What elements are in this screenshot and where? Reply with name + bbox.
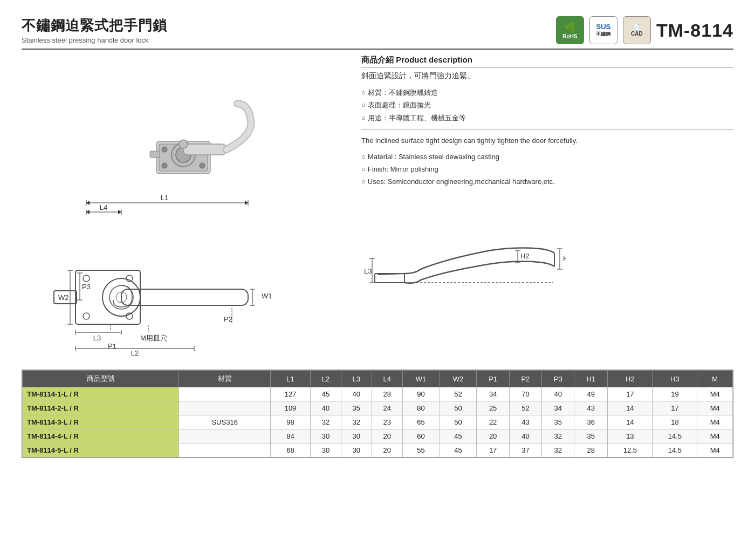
data-cell-l3: 32 <box>341 415 372 429</box>
data-cell-h2: 13 <box>608 429 653 443</box>
col-header-l4: L4 <box>372 371 402 387</box>
title-block: 不鏽鋼迫緊式把手門鎖 Stainless steel pressing hand… <box>22 16 167 44</box>
cad-label: CAD <box>631 31 643 37</box>
data-cell-m: M4 <box>697 415 733 429</box>
desc-en-item-1: Material : Stainless steel dewaxing cast… <box>361 151 733 163</box>
data-cell-l2: 40 <box>311 401 341 415</box>
data-cell-h3: 18 <box>653 415 697 429</box>
col-header-w1: W1 <box>402 371 440 387</box>
table-header-row: 商品型號 材質 L1 L2 L3 L4 W1 W2 P1 P2 P3 H1 H2… <box>23 371 733 387</box>
product-image-area <box>22 60 345 181</box>
table-row: TM-8114-4-L / R843030206045204032351314.… <box>23 429 733 443</box>
data-cell-w1: 55 <box>402 443 440 457</box>
data-cell-h3: 19 <box>653 387 697 401</box>
table-row: TM-8114-3-L / RSUS3169832322365502243353… <box>23 415 733 429</box>
data-cell-l3: 35 <box>341 401 372 415</box>
data-cell-h1: 35 <box>574 429 608 443</box>
data-cell-w2: 52 <box>440 387 477 401</box>
svg-marker-56 <box>118 210 121 214</box>
data-cell-p3: 35 <box>542 415 574 429</box>
svg-text:W2: W2 <box>58 293 69 302</box>
table-row: TM-8114-2-L / R1094035248050255234431417… <box>23 401 733 415</box>
table-row: TM-8114-1-L / R1274540289052347040491719… <box>23 387 733 401</box>
data-cell-h2: 14 <box>608 401 653 415</box>
data-cell-l1: 68 <box>270 443 310 457</box>
data-cell-l2: 30 <box>311 429 341 443</box>
data-cell-l2: 32 <box>311 415 341 429</box>
drawing-front-svg: L1 L4 <box>22 189 334 357</box>
col-header-h1: H1 <box>574 371 608 387</box>
svg-rect-19 <box>76 270 140 324</box>
desc-separator <box>361 129 733 130</box>
desc-features-en: Material : Stainless steel dewaxing cast… <box>361 151 733 188</box>
data-cell-p1: 25 <box>477 401 509 415</box>
col-header-h2: H2 <box>608 371 653 387</box>
svg-text:P3: P3 <box>82 283 91 291</box>
data-cell-l1: 98 <box>270 415 310 429</box>
data-cell-w2: 50 <box>440 415 477 429</box>
data-cell-h2: 17 <box>608 387 653 401</box>
col-header-p3: P3 <box>542 371 574 387</box>
svg-marker-58 <box>245 201 248 205</box>
desc-tagline-en: The inclined surface tight design can ti… <box>361 135 733 146</box>
data-cell-p1: 34 <box>477 387 509 401</box>
desc-cn-item-1: 材質：不鏽鋼脫蠟鑄造 <box>361 86 733 99</box>
data-cell-m: M4 <box>697 401 733 415</box>
col-header-l2: L2 <box>311 371 341 387</box>
model-cell: TM-8114-4-L / R <box>23 429 179 443</box>
col-header-p2: P2 <box>509 371 541 387</box>
col-header-l3: L3 <box>341 371 372 387</box>
desc-cn-item-3: 用途：半導體工程、機械五金等 <box>361 112 733 124</box>
data-cell-l2: 45 <box>311 387 341 401</box>
col-header-p1: P1 <box>477 371 509 387</box>
svg-text:L1: L1 <box>161 194 168 202</box>
desc-en-item-2: Finish: Mirror polishing <box>361 163 733 175</box>
svg-point-9 <box>179 140 188 148</box>
data-cell-l4: 28 <box>372 387 402 401</box>
desc-en-item-3: Uses: Semiconductor engineering,mechanic… <box>361 175 733 188</box>
spec-table-wrapper: 商品型號 材質 L1 L2 L3 L4 W1 W2 P1 P2 P3 H1 H2… <box>22 370 733 458</box>
title-chinese: 不鏽鋼迫緊式把手門鎖 <box>22 16 167 35</box>
data-cell-l1: 127 <box>270 387 310 401</box>
col-header-l1: L1 <box>270 371 310 387</box>
col-header-material: 材質 <box>179 371 270 387</box>
data-cell-l3: 30 <box>341 443 372 457</box>
svg-text:P2: P2 <box>224 315 232 323</box>
cad-badge: 📄 CAD <box>623 16 651 44</box>
data-cell-w1: 65 <box>402 415 440 429</box>
sus-badge: SUS 不鏽鋼 <box>589 16 617 44</box>
svg-text:L3: L3 <box>93 334 101 342</box>
desc-tagline-cn: 斜面迫緊設計，可將門強力迫緊。 <box>361 71 733 81</box>
sus-label-bottom: 不鏽鋼 <box>596 31 610 38</box>
data-cell-l4: 23 <box>372 415 402 429</box>
svg-point-5 <box>200 163 205 168</box>
svg-point-22 <box>83 313 90 319</box>
data-cell-m: M4 <box>697 387 733 401</box>
left-column: L1 L4 <box>22 55 345 359</box>
data-cell-w2: 45 <box>440 429 477 443</box>
data-cell-h3: 17 <box>653 401 697 415</box>
svg-text:M用皿穴: M用皿穴 <box>140 334 167 342</box>
side-profile-svg: L3 H1 H2 <box>361 204 566 302</box>
product-id: TM-8114 <box>656 20 733 41</box>
col-header-m: M <box>697 371 733 387</box>
data-cell-m: M4 <box>697 429 733 443</box>
data-cell-material <box>179 387 270 401</box>
data-cell-m: M4 <box>697 443 733 457</box>
data-cell-l4: 20 <box>372 429 402 443</box>
table-row: TM-8114-5-L / R6830302055451737322812.51… <box>23 443 733 457</box>
product-image-svg <box>108 60 259 179</box>
svg-text:H1: H1 <box>563 255 566 263</box>
data-cell-w2: 45 <box>440 443 477 457</box>
data-cell-p2: 70 <box>509 387 541 401</box>
spec-table: 商品型號 材質 L1 L2 L3 L4 W1 W2 P1 P2 P3 H1 H2… <box>22 370 733 457</box>
svg-point-2 <box>162 147 167 152</box>
svg-marker-55 <box>86 210 90 214</box>
data-cell-w1: 90 <box>402 387 440 401</box>
data-cell-p1: 20 <box>477 429 509 443</box>
data-cell-l1: 84 <box>270 429 310 443</box>
data-cell-p1: 22 <box>477 415 509 429</box>
data-cell-l3: 40 <box>341 387 372 401</box>
data-cell-l2: 30 <box>311 443 341 457</box>
side-profile-drawing: L3 H1 H2 <box>361 204 733 304</box>
